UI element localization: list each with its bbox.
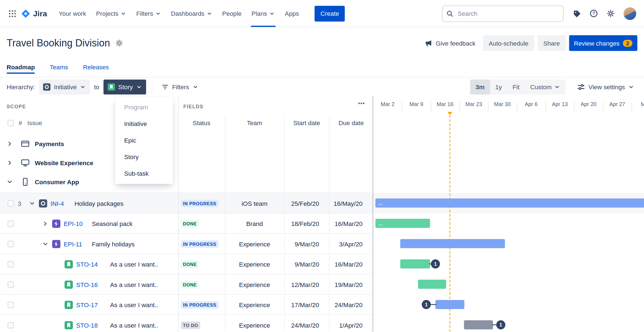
due-date-cell[interactable]: 16/Mar/20 [329, 261, 374, 268]
issue-key-link[interactable]: INI-4 [50, 200, 64, 207]
create-button[interactable]: Create [315, 6, 345, 21]
give-feedback-button[interactable]: Give feedback [420, 35, 480, 51]
tab-releases[interactable]: Releases [83, 59, 109, 75]
tab-roadmap[interactable]: Roadmap [7, 59, 35, 75]
rollup-count-badge[interactable]: 1 [431, 259, 440, 268]
hierarchy-to-dropdown[interactable]: Story [103, 79, 146, 94]
row-checkbox[interactable] [7, 281, 14, 288]
start-date-cell[interactable]: 25/Feb/20 [284, 200, 329, 207]
fields-more-button[interactable]: ••• [358, 100, 365, 107]
jira-logo[interactable]: Jira [21, 9, 47, 19]
menu-item-sub-task[interactable]: Sub-task [115, 165, 173, 182]
review-changes-button[interactable]: Review changes 2 [569, 35, 637, 51]
auto-schedule-button[interactable]: Auto-schedule [483, 35, 534, 51]
due-date-cell[interactable]: 1/Apr/20 [329, 322, 374, 329]
due-date-cell[interactable]: 3/Apr/20 [329, 240, 374, 247]
nav-item-apps[interactable]: Apps [280, 0, 304, 27]
menu-item-epic[interactable]: Epic [115, 132, 173, 149]
chevron-down-icon[interactable] [7, 179, 13, 185]
filters-dropdown[interactable]: Filters [158, 79, 201, 94]
status-lozenge[interactable]: DONE [181, 220, 199, 227]
avatar[interactable] [623, 7, 637, 20]
settings-gear-icon[interactable] [606, 9, 615, 18]
tab-teams[interactable]: Teams [50, 59, 68, 75]
nav-item-dashboards[interactable]: Dashboards [166, 0, 217, 27]
start-date-cell[interactable]: 18/Feb/20 [284, 220, 329, 227]
start-date-cell[interactable]: 12/Mar/20 [284, 281, 329, 288]
zoom-1y[interactable]: 1y [490, 79, 507, 94]
team-cell[interactable]: Experience [225, 301, 284, 309]
due-date-cell[interactable]: 16/May/20 [329, 200, 374, 207]
timeline-bar[interactable]: ← [376, 199, 644, 208]
status-lozenge[interactable]: DONE [181, 281, 199, 288]
start-date-cell[interactable]: 9/Mar/20 [284, 261, 329, 268]
rollup-count-badge[interactable]: 1 [496, 320, 505, 330]
menu-item-program[interactable]: Program [115, 99, 173, 116]
chevron-down-icon[interactable] [42, 241, 49, 247]
team-cell[interactable]: Experience [225, 261, 284, 268]
team-cell[interactable]: Experience [225, 240, 284, 247]
status-lozenge[interactable]: IN PROGRESS [181, 301, 219, 309]
team-cell[interactable]: iOS team [225, 200, 284, 207]
issue-key-link[interactable]: EPI-10 [64, 220, 83, 227]
zoom-fit[interactable]: Fit [507, 79, 525, 94]
row-checkbox[interactable] [7, 200, 14, 207]
fields-timeline-divider[interactable] [372, 96, 373, 332]
start-date-cell[interactable]: 24/Mar/20 [284, 322, 329, 329]
issue-key-link[interactable]: STO-14 [76, 261, 98, 268]
team-cell[interactable]: Brand [225, 220, 284, 227]
status-lozenge[interactable]: IN PROGRESS [181, 240, 219, 247]
row-checkbox[interactable] [7, 220, 14, 227]
notifications-icon[interactable] [573, 9, 581, 18]
status-lozenge[interactable]: IN PROGRESS [181, 199, 219, 207]
hierarchy-from-dropdown[interactable]: Initiative [39, 79, 90, 94]
chevron-right-icon[interactable] [7, 160, 13, 166]
share-button[interactable]: Share [537, 35, 566, 51]
scope-fields-divider[interactable] [179, 96, 179, 332]
chevron-right-icon[interactable] [7, 141, 13, 147]
timeline-bar[interactable] [400, 239, 505, 248]
status-lozenge[interactable]: DONE [181, 260, 199, 268]
rollup-count-badge[interactable]: 1 [422, 300, 431, 309]
zoom-3m[interactable]: 3m [470, 79, 490, 94]
status-lozenge[interactable]: TO DO [181, 321, 200, 329]
due-date-cell[interactable]: 19/Mar/20 [329, 281, 374, 288]
chevron-right-icon[interactable] [42, 220, 49, 227]
row-checkbox[interactable] [7, 241, 14, 247]
team-cell[interactable]: Experience [225, 322, 284, 329]
select-all-checkbox[interactable] [7, 120, 14, 127]
issue-key-link[interactable]: STO-17 [76, 301, 98, 309]
menu-item-initiative[interactable]: Initiative [115, 116, 173, 132]
due-date-cell[interactable]: 24/Mar/20 [329, 301, 374, 309]
due-date-cell[interactable]: 16/Mar/20 [329, 220, 374, 227]
chevron-down-icon[interactable] [29, 200, 35, 207]
issue-key-link[interactable]: EPI-11 [64, 240, 82, 247]
child-count: 3 [18, 200, 22, 207]
zoom-custom[interactable]: Custom [525, 79, 565, 94]
nav-item-people[interactable]: People [217, 0, 246, 27]
issue-key-link[interactable]: STO-18 [76, 322, 98, 329]
nav-item-plans[interactable]: Plans [246, 0, 280, 27]
issue-key-link[interactable]: STO-16 [76, 281, 98, 288]
timeline-bar[interactable] [418, 280, 446, 289]
timeline-bar[interactable] [464, 320, 493, 330]
search-input[interactable] [442, 5, 564, 22]
row-checkbox[interactable] [7, 261, 14, 267]
timeline-bar[interactable]: ← [376, 219, 430, 228]
row-checkbox[interactable] [7, 301, 14, 308]
start-date-cell[interactable]: 17/Mar/20 [284, 301, 329, 309]
timeline-week-label: Mar 2 [373, 101, 402, 107]
menu-item-story[interactable]: Story [115, 149, 173, 165]
nav-item-filters[interactable]: Filters [131, 0, 166, 27]
timeline-bar[interactable] [435, 300, 464, 309]
help-icon[interactable]: ? [589, 9, 598, 18]
start-date-cell[interactable]: 9/Mar/20 [284, 240, 329, 247]
row-checkbox[interactable] [7, 322, 14, 328]
plan-settings-gear-icon[interactable] [115, 39, 123, 47]
view-settings-button[interactable]: View settings [574, 79, 637, 94]
app-switcher-icon[interactable] [6, 7, 19, 20]
nav-item-projects[interactable]: Projects [91, 0, 131, 27]
timeline-bar[interactable] [400, 259, 430, 268]
nav-item-your-work[interactable]: Your work [54, 0, 91, 27]
team-cell[interactable]: Experience [225, 281, 284, 288]
